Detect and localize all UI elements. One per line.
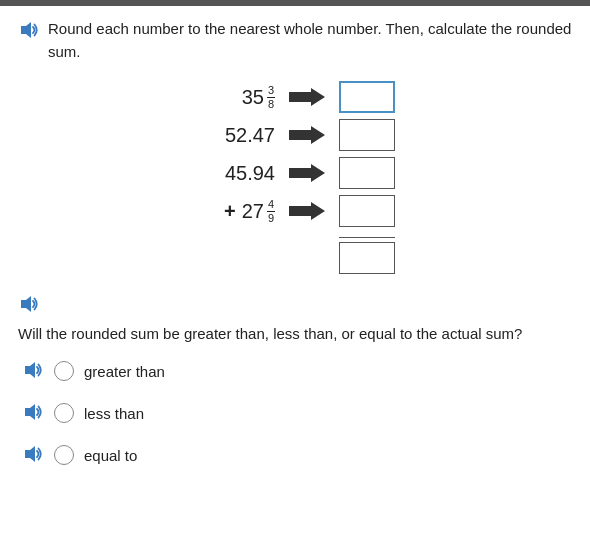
sum-row	[195, 237, 395, 274]
number-display-2: 52.47	[195, 124, 275, 147]
question-text: Will the rounded sum be greater than, le…	[18, 325, 522, 342]
number-whole-3: 45.94	[225, 162, 275, 185]
number-display-3: 45.94	[195, 162, 275, 185]
number-display-4: + 27 4 9	[195, 198, 275, 223]
svg-marker-4	[289, 202, 325, 220]
svg-marker-8	[25, 446, 35, 462]
section-speaker	[18, 292, 572, 319]
svg-marker-7	[25, 404, 35, 420]
option-row-greater: greater than	[22, 358, 572, 384]
svg-marker-1	[289, 88, 325, 106]
math-row-2: 52.47	[195, 119, 395, 151]
radio-equal[interactable]	[54, 445, 74, 465]
speaker-icon-less[interactable]	[22, 400, 44, 426]
svg-marker-0	[21, 22, 31, 38]
svg-marker-2	[289, 126, 325, 144]
fraction-4: 4 9	[267, 198, 275, 223]
number-display-1: 35 3 8	[195, 84, 275, 109]
speaker-icon-equal[interactable]	[22, 442, 44, 468]
number-whole-1: 35	[242, 86, 264, 109]
question-row: Will the rounded sum be greater than, le…	[18, 325, 572, 342]
fraction-1: 3 8	[267, 84, 275, 109]
radio-greater[interactable]	[54, 361, 74, 381]
arrow-4	[289, 200, 325, 222]
sum-column	[339, 237, 395, 274]
speaker-icon-question[interactable]	[18, 301, 40, 318]
divider-line	[339, 237, 395, 238]
answer-input-4[interactable]	[339, 195, 395, 227]
label-less: less than	[84, 405, 144, 422]
sum-input[interactable]	[339, 242, 395, 274]
svg-marker-3	[289, 164, 325, 182]
svg-marker-6	[25, 362, 35, 378]
label-greater: greater than	[84, 363, 165, 380]
number-whole-4: 27	[242, 200, 264, 223]
math-row-4: + 27 4 9	[195, 195, 395, 227]
answer-input-2[interactable]	[339, 119, 395, 151]
radio-less[interactable]	[54, 403, 74, 423]
option-row-equal: equal to	[22, 442, 572, 468]
answer-input-1[interactable]	[339, 81, 395, 113]
math-row-1: 35 3 8	[195, 81, 395, 113]
arrow-3	[289, 162, 325, 184]
arrow-1	[289, 86, 325, 108]
math-rows: 35 3 8 52.47	[195, 81, 395, 274]
answer-input-3[interactable]	[339, 157, 395, 189]
arrow-2	[289, 124, 325, 146]
top-bar	[0, 0, 590, 6]
instruction-text: Round each number to the nearest whole n…	[48, 18, 572, 63]
svg-marker-5	[21, 296, 31, 312]
options: greater than less than equal to	[22, 358, 572, 468]
option-row-less: less than	[22, 400, 572, 426]
plus-sign: +	[218, 200, 236, 223]
instruction-row: Round each number to the nearest whole n…	[18, 18, 572, 63]
math-row-3: 45.94	[195, 157, 395, 189]
label-equal: equal to	[84, 447, 137, 464]
speaker-icon-greater[interactable]	[22, 358, 44, 384]
speaker-icon-instruction[interactable]	[18, 18, 40, 48]
math-section: 35 3 8 52.47	[18, 81, 572, 274]
number-whole-2: 52.47	[225, 124, 275, 147]
